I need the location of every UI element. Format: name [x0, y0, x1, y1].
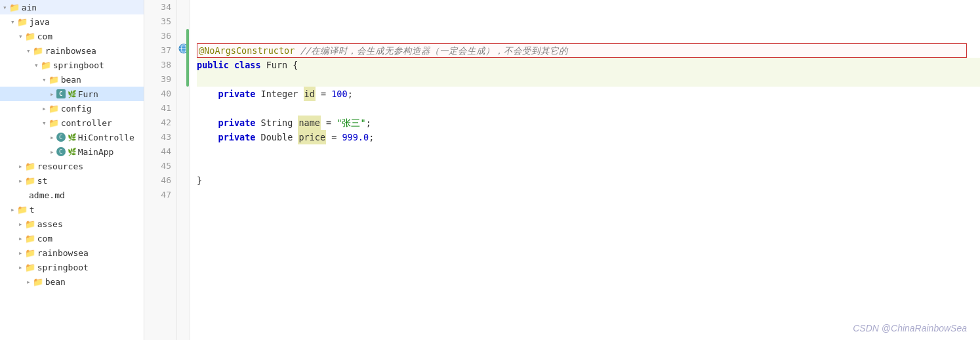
- tree-label: config: [61, 104, 92, 114]
- line-numbers: 3435363738394041424344454647: [144, 0, 177, 340]
- semicolon: ;: [348, 87, 353, 101]
- tree-item-rainbowsea[interactable]: ▾📁rainbowsea: [0, 43, 144, 58]
- tree-label: rainbowsea: [37, 248, 89, 258]
- type-double: Double: [261, 130, 298, 144]
- tree-label: bean: [61, 75, 81, 85]
- type-string: String: [261, 116, 298, 130]
- tree-label: com: [37, 32, 52, 41]
- code-line-43: private Double price = 999.0;: [197, 130, 980, 144]
- code-line-47: [197, 188, 980, 202]
- tree-item-admemd[interactable]: adme.md: [0, 188, 144, 202]
- tree-item-config[interactable]: ▸📁config: [0, 101, 144, 116]
- gutter: [177, 0, 190, 340]
- editor-panel: 3435363738394041424344454647 @NoArgsCons…: [144, 0, 980, 340]
- line-number-44: 44: [144, 144, 171, 159]
- tree-item-bean[interactable]: ▾📁bean: [0, 72, 144, 87]
- tree-item-java[interactable]: ▾📁java: [0, 14, 144, 29]
- tree-item-asses[interactable]: ▸📁asses: [0, 217, 144, 231]
- semicolon3: ;: [369, 130, 374, 144]
- tree-item-springboot[interactable]: ▸📁springboot: [0, 260, 144, 274]
- line-number-41: 41: [144, 101, 171, 116]
- tree-label: springboot: [37, 263, 89, 272]
- line-number-36: 36: [144, 29, 171, 43]
- code-line-38: public class Furn {: [197, 58, 980, 72]
- tree-label: resources: [37, 161, 83, 171]
- tree-label: springboot: [53, 60, 104, 70]
- tree-item-furn[interactable]: ▸C🌿Furn: [0, 87, 144, 101]
- tree-label: st: [37, 176, 48, 186]
- semicolon2: ;: [366, 116, 371, 130]
- code-line-42: private String name = "张三";: [197, 116, 980, 130]
- code-area: @NoArgsConstructor //在编译时，会生成无参构造器（一定会生成…: [190, 0, 980, 340]
- line-number-43: 43: [144, 130, 171, 144]
- code-line-44: [197, 144, 980, 159]
- code-line-34: [197, 0, 980, 14]
- tree-label: ain: [22, 3, 37, 12]
- keyword-private2: private: [218, 116, 261, 130]
- tree-label: asses: [37, 219, 63, 229]
- tree-item-mainapp[interactable]: ▸C🌿MainApp: [0, 144, 144, 159]
- line-number-42: 42: [144, 116, 171, 130]
- tree-item-st[interactable]: ▸📁st: [0, 173, 144, 188]
- tree-item-resources[interactable]: ▸📁resources: [0, 159, 144, 173]
- number-999: 999.0: [342, 130, 369, 144]
- tree-item-com[interactable]: ▸📁com: [0, 231, 144, 245]
- keyword-class: class: [234, 58, 266, 72]
- keyword-public: public: [197, 58, 234, 72]
- code-line-36: [197, 29, 980, 43]
- line-number-45: 45: [144, 159, 171, 173]
- tree-item-ain[interactable]: ▾📁ain: [0, 0, 144, 14]
- code-line-39: [197, 72, 980, 87]
- number-100: 100: [331, 87, 347, 101]
- tree-item-t[interactable]: ▸📁t: [0, 202, 144, 217]
- string-zhangsan: "张三": [337, 116, 365, 130]
- keyword-private: private: [218, 87, 261, 101]
- tree-item-bean[interactable]: ▸📁bean: [0, 274, 144, 289]
- file-tree: ▾📁ain▾📁java▾📁com▾📁rainbowsea▾📁springboot…: [0, 0, 144, 340]
- equals-op2: =: [326, 130, 342, 144]
- tree-label: Furn: [78, 89, 98, 99]
- keyword-private3: private: [218, 130, 261, 144]
- code-line-37: @NoArgsConstructor //在编译时，会生成无参构造器（一定会生成…: [197, 43, 967, 58]
- line-number-39: 39: [144, 72, 171, 87]
- tree-item-controller[interactable]: ▾📁controller: [0, 116, 144, 130]
- line-number-38: 38: [144, 58, 171, 72]
- code-line-45: [197, 159, 980, 173]
- code-line-40: private Integer id = 100;: [197, 87, 980, 101]
- tree-label: adme.md: [29, 190, 65, 200]
- closing-brace: }: [197, 173, 202, 188]
- tree-label: com: [37, 234, 52, 244]
- line-number-47: 47: [144, 188, 171, 202]
- type-integer: Integer: [261, 87, 304, 101]
- line-number-34: 34: [144, 0, 171, 14]
- code-line-41: [197, 101, 980, 116]
- comment-token: //在编译时，会生成无参构造器（一定会生成），不会受到其它的: [295, 43, 567, 58]
- tree-label: bean: [45, 277, 66, 287]
- equals-op: =: [321, 116, 337, 130]
- tree-label: HiControlle: [78, 133, 134, 142]
- tree-item-rainbowsea[interactable]: ▸📁rainbowsea: [0, 245, 144, 260]
- line-number-40: 40: [144, 87, 171, 101]
- tree-label: java: [30, 17, 50, 27]
- code-line-35: [197, 14, 980, 29]
- line-number-46: 46: [144, 173, 171, 188]
- tree-item-hicontrolle[interactable]: ▸C🌿HiControlle: [0, 130, 144, 144]
- annotation-token: @NoArgsConstructor: [199, 43, 295, 58]
- field-id: id: [304, 87, 316, 101]
- tree-item-springboot[interactable]: ▾📁springboot: [0, 58, 144, 72]
- tree-label: MainApp: [78, 147, 114, 157]
- field-name-token: name: [298, 116, 321, 130]
- class-name: Furn {: [266, 58, 298, 72]
- tree-item-com[interactable]: ▾📁com: [0, 29, 144, 43]
- code-line-46: }: [197, 173, 980, 188]
- field-price-token: price: [298, 130, 326, 144]
- tree-label: t: [30, 205, 35, 215]
- line-number-37: 37: [144, 43, 171, 58]
- line-number-35: 35: [144, 14, 171, 29]
- field-value-id: =: [316, 87, 331, 101]
- tree-label: controller: [61, 118, 112, 128]
- tree-label: rainbowsea: [45, 46, 96, 56]
